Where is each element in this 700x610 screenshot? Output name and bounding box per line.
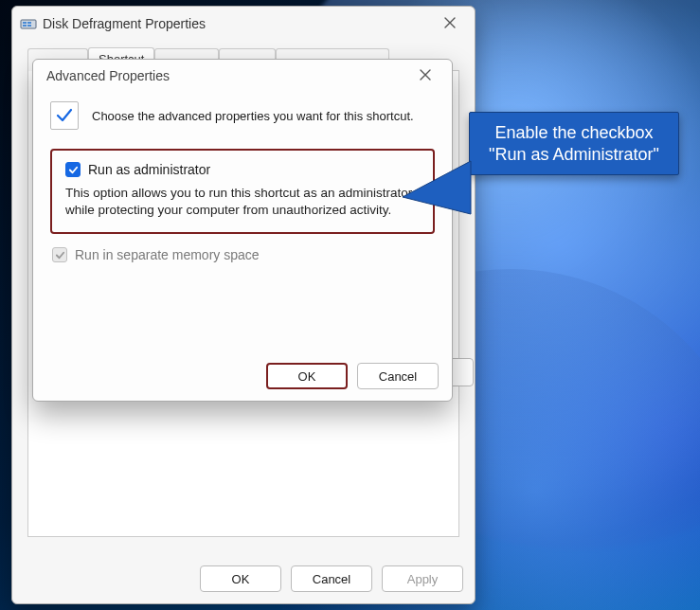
svg-rect-3 [23, 25, 27, 27]
callout-text: Enable the checkbox "Run as Administrato… [469, 112, 679, 175]
dialog-buttons: OK Cancel Apply [200, 565, 463, 592]
svg-rect-1 [23, 22, 27, 24]
window-title: Disk Defragment Properties [43, 16, 206, 31]
checkmark-icon [50, 101, 79, 130]
svg-rect-2 [27, 22, 31, 24]
titlebar[interactable]: Disk Defragment Properties [12, 7, 475, 41]
adv-intro: Choose the advanced properties you want … [50, 101, 435, 130]
adv-titlebar[interactable]: Advanced Properties [33, 60, 452, 92]
adv-dialog-buttons: OK Cancel [266, 363, 439, 389]
adv-close-button[interactable] [408, 63, 442, 89]
run-as-admin-group: Run as administrator This option allows … [50, 149, 435, 234]
separate-memory-label: Run in separate memory space [75, 247, 260, 262]
adv-cancel-button[interactable]: Cancel [357, 363, 439, 389]
adv-window-title: Advanced Properties [46, 68, 170, 83]
adv-intro-text: Choose the advanced properties you want … [92, 109, 414, 123]
svg-marker-5 [403, 161, 471, 214]
apply-button[interactable]: Apply [382, 565, 463, 592]
cancel-button[interactable]: Cancel [291, 565, 372, 592]
svg-rect-4 [27, 25, 31, 27]
ok-button[interactable]: OK [200, 565, 281, 592]
defrag-icon [20, 15, 37, 32]
adv-ok-button[interactable]: OK [266, 363, 348, 389]
annotation-callout: Enable the checkbox "Run as Administrato… [469, 112, 679, 175]
svg-rect-0 [21, 20, 36, 28]
close-button[interactable] [433, 10, 467, 37]
run-as-admin-description: This option allows you to run this short… [65, 185, 420, 219]
run-as-admin-checkbox[interactable] [65, 162, 81, 177]
advanced-properties-dialog: Advanced Properties Choose the advanced … [32, 59, 453, 402]
run-as-admin-label[interactable]: Run as administrator [88, 162, 210, 177]
separate-memory-row: Run in separate memory space [50, 247, 435, 262]
separate-memory-checkbox [52, 247, 67, 262]
